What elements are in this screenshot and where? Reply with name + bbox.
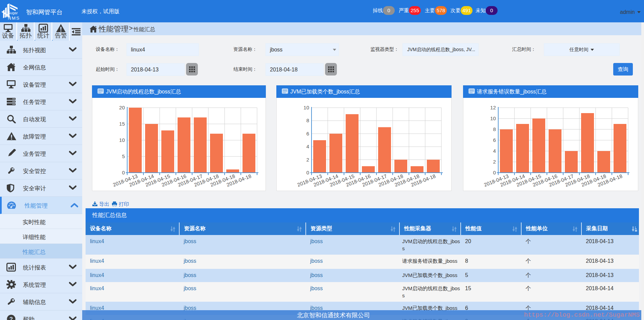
svg-text:10: 10	[490, 115, 496, 121]
svg-text:0: 0	[306, 170, 309, 175]
svg-text:15: 15	[119, 121, 125, 127]
svg-text:6: 6	[306, 131, 309, 136]
svg-text:6: 6	[493, 137, 496, 143]
svg-text:0: 0	[493, 170, 496, 175]
svg-text:NMS: NMS	[8, 16, 20, 21]
svg-text:20: 20	[119, 105, 125, 110]
svg-text:12: 12	[490, 105, 496, 110]
svg-text:4: 4	[306, 144, 309, 149]
svg-text:2: 2	[306, 157, 309, 163]
svg-text:0: 0	[122, 170, 125, 175]
svg-text:8: 8	[306, 118, 309, 123]
svg-text:10: 10	[119, 137, 125, 143]
svg-text:10: 10	[303, 105, 309, 110]
svg-text:5: 5	[122, 153, 125, 159]
svg-text:?: ?	[9, 316, 13, 320]
svg-text:8: 8	[493, 126, 496, 132]
svg-text:Sugar: Sugar	[8, 11, 18, 15]
svg-text:2: 2	[493, 159, 496, 165]
svg-text:4: 4	[493, 148, 496, 154]
